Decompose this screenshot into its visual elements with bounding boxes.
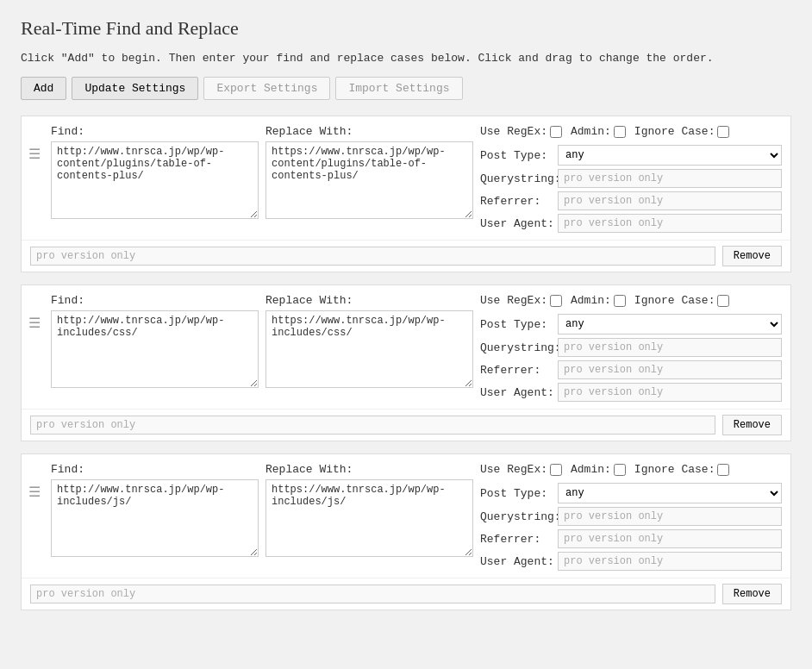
querystring-label-3: Querystring: bbox=[480, 510, 558, 523]
post-type-row-2: Post Type: any bbox=[480, 314, 782, 334]
ignore-case-checkbox-1[interactable] bbox=[717, 126, 729, 138]
querystring-row-1: Querystring: bbox=[480, 169, 782, 188]
querystring-row-3: Querystring: bbox=[480, 507, 782, 526]
update-settings-button[interactable]: Update Settings bbox=[72, 77, 198, 100]
use-regex-checkbox-2[interactable] bbox=[550, 295, 562, 307]
referrer-label-3: Referrer: bbox=[480, 533, 558, 546]
user-agent-input-1[interactable] bbox=[558, 214, 782, 233]
fields-right-1: Use RegEx: Admin: Ignore Case: Post Type… bbox=[480, 125, 782, 236]
import-settings-button[interactable]: Import Settings bbox=[335, 77, 462, 100]
find-textarea-1[interactable]: http://www.tnrsca.jp/wp/wp-content/plugi… bbox=[51, 141, 259, 219]
querystring-input-1[interactable] bbox=[558, 169, 782, 188]
post-type-select-1[interactable]: any bbox=[558, 145, 782, 166]
fields-right-2: Use RegEx: Admin: Ignore Case: Post Type… bbox=[480, 294, 782, 405]
footer-input-3[interactable] bbox=[30, 585, 715, 603]
export-settings-button[interactable]: Export Settings bbox=[203, 77, 330, 100]
post-type-row-3: Post Type: any bbox=[480, 483, 782, 503]
user-agent-row-3: User Agent: bbox=[480, 552, 782, 571]
querystring-label-1: Querystring: bbox=[480, 172, 558, 185]
page-description: Click "Add" to begin. Then enter your fi… bbox=[21, 52, 791, 65]
remove-button-3[interactable]: Remove bbox=[722, 584, 782, 604]
replace-group-2: Replace With: https://www.tnrsca.jp/wp/w… bbox=[265, 294, 473, 388]
user-agent-row-2: User Agent: bbox=[480, 383, 782, 402]
replace-group-1: Replace With: https://www.tnrsca.jp/wp/w… bbox=[265, 125, 473, 219]
replace-label-3: Replace With: bbox=[265, 463, 473, 476]
footer-input-2[interactable] bbox=[30, 416, 715, 435]
remove-button-2[interactable]: Remove bbox=[722, 415, 782, 435]
admin-checkbox-1[interactable] bbox=[614, 126, 626, 138]
referrer-row-2: Referrer: bbox=[480, 360, 782, 379]
user-agent-input-2[interactable] bbox=[558, 383, 782, 402]
page-title: Real-Time Find and Replace bbox=[21, 17, 791, 40]
find-group-3: Find: http://www.tnrsca.jp/wp/wp-include… bbox=[51, 463, 259, 557]
rule-block-1: ☰ Find: http://www.tnrsca.jp/wp/wp-conte… bbox=[21, 116, 791, 272]
replace-label-1: Replace With: bbox=[265, 125, 473, 138]
find-label-2: Find: bbox=[51, 294, 259, 307]
right-top-2: Use RegEx: Admin: Ignore Case: bbox=[480, 294, 782, 307]
post-type-select-2[interactable]: any bbox=[558, 314, 782, 334]
fields-left-3: Find: http://www.tnrsca.jp/wp/wp-include… bbox=[51, 463, 473, 557]
rule-footer-1: Remove bbox=[22, 240, 790, 272]
post-type-select-3[interactable]: any bbox=[558, 483, 782, 503]
post-type-label-1: Post Type: bbox=[480, 149, 558, 162]
find-textarea-2[interactable]: http://www.tnrsca.jp/wp/wp-includes/css/ bbox=[51, 310, 259, 388]
find-label-1: Find: bbox=[51, 125, 259, 138]
ignore-case-checkbox-3[interactable] bbox=[717, 464, 729, 476]
referrer-input-2[interactable] bbox=[558, 360, 782, 379]
rule-main-3: ☰ Find: http://www.tnrsca.jp/wp/wp-inclu… bbox=[22, 454, 790, 578]
use-regex-wrapper-3: Use RegEx: bbox=[480, 463, 562, 476]
ignore-case-label-1: Ignore Case: bbox=[634, 125, 715, 138]
find-textarea-3[interactable]: http://www.tnrsca.jp/wp/wp-includes/js/ bbox=[51, 479, 259, 557]
admin-label-1: Admin: bbox=[571, 125, 611, 138]
drag-handle-2[interactable]: ☰ bbox=[25, 311, 44, 335]
admin-checkbox-3[interactable] bbox=[614, 464, 626, 476]
use-regex-label-3: Use RegEx: bbox=[480, 463, 547, 476]
right-top-1: Use RegEx: Admin: Ignore Case: bbox=[480, 125, 782, 138]
referrer-label-2: Referrer: bbox=[480, 364, 558, 377]
use-regex-label-1: Use RegEx: bbox=[480, 125, 547, 138]
fields-left-1: Find: http://www.tnrsca.jp/wp/wp-content… bbox=[51, 125, 473, 219]
remove-button-1[interactable]: Remove bbox=[722, 246, 782, 266]
ignore-case-wrapper-2: Ignore Case: bbox=[634, 294, 730, 307]
user-agent-input-3[interactable] bbox=[558, 552, 782, 571]
replace-label-2: Replace With: bbox=[265, 294, 473, 307]
drag-handle-3[interactable]: ☰ bbox=[25, 480, 44, 504]
admin-label-2: Admin: bbox=[571, 294, 611, 307]
rule-main-2: ☰ Find: http://www.tnrsca.jp/wp/wp-inclu… bbox=[22, 285, 790, 409]
ignore-case-wrapper-1: Ignore Case: bbox=[634, 125, 730, 138]
footer-input-1[interactable] bbox=[30, 247, 715, 266]
use-regex-checkbox-1[interactable] bbox=[550, 126, 562, 138]
replace-textarea-1[interactable]: https://www.tnrsca.jp/wp/wp-content/plug… bbox=[265, 141, 473, 219]
replace-textarea-3[interactable]: https://www.tnrsca.jp/wp/wp-includes/js/ bbox=[265, 479, 473, 557]
fields-right-3: Use RegEx: Admin: Ignore Case: Post Type… bbox=[480, 463, 782, 574]
user-agent-label-2: User Agent: bbox=[480, 386, 558, 399]
referrer-input-3[interactable] bbox=[558, 529, 782, 548]
querystring-label-2: Querystring: bbox=[480, 341, 558, 354]
toolbar: Add Update Settings Export Settings Impo… bbox=[21, 77, 791, 100]
admin-wrapper-1: Admin: bbox=[571, 125, 626, 138]
querystring-input-2[interactable] bbox=[558, 338, 782, 357]
rule-main-1: ☰ Find: http://www.tnrsca.jp/wp/wp-conte… bbox=[22, 116, 790, 240]
post-type-label-2: Post Type: bbox=[480, 318, 558, 331]
referrer-input-1[interactable] bbox=[558, 191, 782, 210]
admin-wrapper-2: Admin: bbox=[571, 294, 626, 307]
rule-block-2: ☰ Find: http://www.tnrsca.jp/wp/wp-inclu… bbox=[21, 284, 791, 441]
drag-handle-1[interactable]: ☰ bbox=[25, 142, 44, 166]
admin-wrapper-3: Admin: bbox=[571, 463, 626, 476]
admin-label-3: Admin: bbox=[571, 463, 611, 476]
querystring-row-2: Querystring: bbox=[480, 338, 782, 357]
fields-left-2: Find: http://www.tnrsca.jp/wp/wp-include… bbox=[51, 294, 473, 388]
rule-footer-3: Remove bbox=[22, 578, 790, 610]
add-button[interactable]: Add bbox=[21, 77, 66, 100]
querystring-input-3[interactable] bbox=[558, 507, 782, 526]
referrer-row-1: Referrer: bbox=[480, 191, 782, 210]
use-regex-checkbox-3[interactable] bbox=[550, 464, 562, 476]
find-group-1: Find: http://www.tnrsca.jp/wp/wp-content… bbox=[51, 125, 259, 219]
rules-container: ☰ Find: http://www.tnrsca.jp/wp/wp-conte… bbox=[21, 116, 791, 610]
admin-checkbox-2[interactable] bbox=[614, 295, 626, 307]
ignore-case-checkbox-2[interactable] bbox=[717, 295, 729, 307]
use-regex-label-2: Use RegEx: bbox=[480, 294, 547, 307]
replace-textarea-2[interactable]: https://www.tnrsca.jp/wp/wp-includes/css… bbox=[265, 310, 473, 388]
user-agent-row-1: User Agent: bbox=[480, 214, 782, 233]
find-label-3: Find: bbox=[51, 463, 259, 476]
